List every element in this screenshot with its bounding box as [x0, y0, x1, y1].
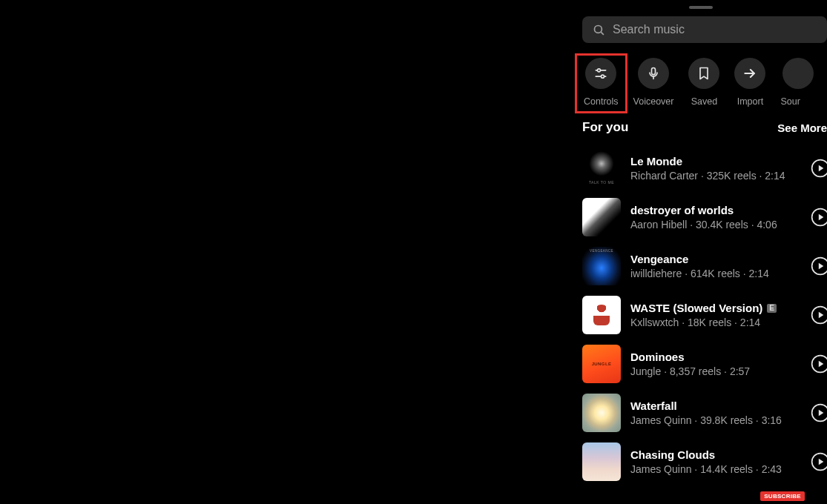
explicit-badge: E — [767, 304, 777, 313]
track-info: Vengeance iwilldiehere · 614K reels · 2:… — [630, 253, 801, 279]
section-header: For you See More — [575, 120, 827, 144]
svg-point-0 — [594, 25, 602, 33]
album-art — [582, 198, 621, 236]
track-title: destroyer of worlds — [630, 204, 734, 216]
subscribe-badge[interactable]: SUBSCRIBE — [760, 491, 805, 501]
sound-button[interactable]: Sour — [780, 58, 800, 107]
track-info: Waterfall James Quinn · 39.8K reels · 3:… — [630, 399, 801, 426]
sound-label: Sour — [780, 96, 800, 107]
svg-marker-18 — [819, 361, 824, 368]
see-more-link[interactable]: See More — [777, 122, 827, 134]
for-you-title: For you — [582, 120, 628, 135]
track-title: Chasing Clouds — [630, 448, 715, 461]
track-row[interactable]: Waterfall James Quinn · 39.8K reels · 3:… — [575, 388, 827, 437]
svg-line-1 — [601, 32, 604, 35]
voiceover-label: Voiceover — [633, 96, 674, 107]
svg-marker-22 — [819, 459, 824, 465]
microphone-icon — [646, 66, 661, 81]
controls-label: Controls — [584, 96, 619, 107]
bookmark-icon — [696, 66, 711, 81]
search-icon — [593, 24, 605, 36]
track-title: Dominoes — [630, 351, 685, 363]
track-title: Waterfall — [630, 399, 677, 412]
import-label: Import — [737, 96, 763, 107]
album-art — [582, 442, 621, 481]
play-icon[interactable] — [811, 305, 827, 325]
arrow-right-icon — [742, 66, 757, 81]
svg-point-5 — [602, 75, 604, 78]
track-row[interactable]: WASTE (Slowed Version) E Kxllswxtch · 18… — [575, 291, 827, 339]
saved-button[interactable]: Saved — [688, 58, 719, 107]
album-art — [582, 149, 621, 188]
track-row[interactable]: Chasing Clouds James Quinn · 14.4K reels… — [575, 437, 827, 486]
track-title: WASTE (Slowed Version) — [630, 302, 762, 314]
action-row: Controls Voiceover Saved Import Sour — [575, 56, 827, 120]
controls-button[interactable]: Controls — [575, 53, 627, 113]
track-row[interactable]: Vengeance iwilldiehere · 614K reels · 2:… — [575, 242, 827, 291]
album-art — [582, 296, 621, 334]
track-title: Vengeance — [630, 253, 688, 265]
play-icon[interactable] — [811, 256, 827, 276]
import-button[interactable]: Import — [734, 58, 765, 107]
play-icon[interactable] — [811, 403, 827, 422]
track-row[interactable]: destroyer of worlds Aaron Hibell · 30.4K… — [575, 193, 827, 242]
play-icon[interactable] — [811, 208, 827, 227]
track-row[interactable]: Dominoes Jungle · 8,357 reels · 2:57 — [575, 339, 827, 388]
album-art — [582, 345, 621, 383]
track-title: Le Monde — [630, 155, 682, 168]
track-row[interactable]: Le Monde Richard Carter · 325K reels · 2… — [575, 144, 827, 193]
play-icon[interactable] — [811, 354, 827, 374]
search-bar[interactable] — [582, 16, 827, 43]
sliders-icon — [593, 66, 608, 81]
svg-marker-10 — [819, 165, 824, 172]
drag-handle[interactable] — [689, 6, 713, 9]
track-info: Chasing Clouds James Quinn · 14.4K reels… — [630, 448, 801, 475]
play-icon[interactable] — [811, 159, 827, 178]
track-info: destroyer of worlds Aaron Hibell · 30.4K… — [630, 204, 801, 231]
track-meta: iwilldiehere · 614K reels · 2:14 — [630, 268, 801, 279]
svg-marker-14 — [819, 263, 824, 270]
search-input[interactable] — [613, 23, 817, 36]
track-meta: Aaron Hibell · 30.4K reels · 4:06 — [630, 219, 801, 231]
track-info: WASTE (Slowed Version) E Kxllswxtch · 18… — [630, 302, 801, 328]
video-preview-area — [0, 0, 575, 504]
voiceover-button[interactable]: Voiceover — [633, 58, 674, 107]
svg-marker-16 — [819, 312, 824, 319]
svg-marker-20 — [819, 410, 824, 417]
track-meta: Richard Carter · 325K reels · 2:14 — [630, 170, 801, 182]
music-panel: Controls Voiceover Saved Import Sour For… — [575, 0, 827, 504]
track-info: Le Monde Richard Carter · 325K reels · 2… — [630, 155, 801, 182]
album-art — [582, 247, 621, 285]
saved-label: Saved — [691, 96, 717, 107]
svg-marker-12 — [819, 214, 824, 221]
track-info: Dominoes Jungle · 8,357 reels · 2:57 — [630, 351, 801, 377]
track-meta: James Quinn · 39.8K reels · 3:16 — [630, 414, 801, 426]
play-icon[interactable] — [811, 452, 827, 471]
svg-rect-6 — [652, 68, 656, 75]
track-meta: Jungle · 8,357 reels · 2:57 — [630, 365, 801, 377]
svg-point-3 — [598, 69, 601, 72]
album-art — [582, 394, 621, 432]
track-list: Le Monde Richard Carter · 325K reels · 2… — [575, 144, 827, 486]
track-meta: James Quinn · 14.4K reels · 2:43 — [630, 463, 801, 475]
track-meta: Kxllswxtch · 18K reels · 2:14 — [630, 316, 801, 328]
